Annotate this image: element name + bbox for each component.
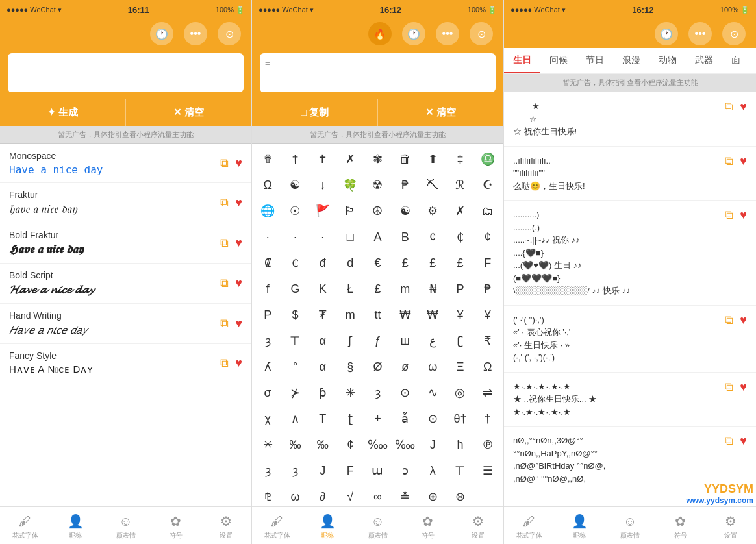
more-icon-1[interactable]: ••• [184,22,207,45]
symbol-cell[interactable]: ‱ [364,432,390,457]
clock-icon-2[interactable]: 🕐 [402,22,425,45]
symbol-cell[interactable]: ⛏ [420,173,446,197]
symbol-cell[interactable]: ₩ [420,303,446,327]
heart-icon-monospace[interactable]: ♥ [235,156,242,170]
symbol-cell[interactable]: ℗ [475,432,501,457]
symbol-cell[interactable]: ☪ [475,173,501,197]
symbol-cell[interactable]: σ [255,380,281,405]
category-tab[interactable]: 动物 [649,48,686,73]
heart-icon[interactable]: ♥ [740,155,747,168]
symbol-cell[interactable]: ш [392,328,418,353]
symbol-cell[interactable]: α [310,328,336,353]
heart-icon[interactable]: ♥ [740,100,747,114]
symbol-cell[interactable]: F [337,458,363,483]
target-icon-2[interactable]: ⊙ [470,22,493,45]
symbol-cell[interactable]: ħ [447,432,473,457]
symbol-cell[interactable]: 🗂 [475,199,501,223]
symbol-cell[interactable]: ☢ [364,173,390,197]
symbol-cell[interactable]: ☯ [392,199,418,223]
symbol-cell[interactable]: · [255,225,281,249]
tab-font-1[interactable]: 🖋 花式字体 [0,512,50,540]
symbol-cell[interactable]: tt [364,303,390,327]
symbol-cell[interactable]: ¢ [420,225,446,249]
copy-icon[interactable]: ⧉ [725,380,733,394]
heart-icon-handwriting[interactable]: ♥ [235,317,242,330]
symbol-cell[interactable]: B [392,225,418,249]
symbol-cell[interactable]: ʎ [255,354,281,379]
symbol-cell[interactable]: ‡ [447,147,473,171]
category-tab[interactable]: 问候 [540,48,577,73]
copy-icon-fancy[interactable]: ⧉ [220,356,229,370]
symbol-cell[interactable]: ȝ [255,458,281,483]
symbol-cell[interactable]: £ [364,277,390,301]
symbol-cell[interactable]: ₦ [420,277,446,301]
tab-emoticon-1[interactable]: ☺ 颜表情 [101,512,151,540]
symbol-cell[interactable]: ₮ [310,303,336,327]
symbol-cell[interactable]: α [310,354,336,379]
symbol-cell[interactable]: ⊁ [282,380,308,405]
symbol-cell[interactable]: 🌐 [255,199,281,223]
clear-button-2[interactable]: ✕ 清空 [377,99,503,126]
symbol-cell[interactable]: G [282,277,308,301]
copy-icon-monospace[interactable]: ⧉ [220,156,229,170]
symbol-cell[interactable]: $ [282,303,308,327]
tab-font-3[interactable]: 🖋 花式字体 [504,512,555,540]
symbol-cell[interactable]: ☮ [364,199,390,223]
symbol-cell[interactable]: ⚙ [420,199,446,223]
tab-nickname-2[interactable]: 👤 昵称 [302,511,352,540]
symbol-cell[interactable]: □ [337,225,363,249]
tab-nickname-3[interactable]: 👤 昵称 [555,511,605,540]
symbol-cell[interactable]: ω [420,354,446,379]
symbol-cell[interactable]: ✾ [364,147,390,171]
symbol-cell[interactable]: ‱ [392,432,418,457]
tab-font-2[interactable]: 🖋 花式字体 [252,512,302,540]
copy-icon[interactable]: ⧉ [725,208,733,222]
heart-icon-fraktur[interactable]: ♥ [235,196,242,210]
clock-icon-3[interactable]: 🕐 [655,22,678,45]
tab-settings-3[interactable]: ⚙ 设置 [705,511,756,540]
category-tab[interactable]: 生日 [504,48,540,73]
symbol-cell[interactable]: ✟ [255,147,281,171]
symbol-cell[interactable]: ¢ [475,225,501,249]
symbol-cell[interactable]: ₡ [255,251,281,275]
symbol-cell[interactable]: A [364,225,390,249]
heart-icon-bold-fraktur[interactable]: ♥ [235,236,242,250]
symbol-cell[interactable]: ° [282,354,308,379]
symbol-cell[interactable]: · [310,225,336,249]
symbol-cell[interactable]: ʈ [337,406,363,431]
symbol-cell[interactable]: ȝ [282,458,308,483]
symbol-cell[interactable]: ⅊ [255,484,281,506]
symbol-cell[interactable]: · [282,225,308,249]
symbol-cell[interactable]: ẫ [392,406,418,431]
copy-icon[interactable]: ⧉ [725,314,733,327]
symbol-cell[interactable]: ‰ [282,432,308,457]
symbol-cell[interactable]: J [310,458,336,483]
symbol-cell[interactable]: ⊤ [447,458,473,483]
symbol-cell[interactable]: ¥ [447,303,473,327]
symbol-cell[interactable]: ◎ [447,380,473,405]
symbol-cell[interactable]: ɯ [364,458,390,483]
heart-icon[interactable]: ♥ [740,314,747,327]
symbol-cell[interactable]: ₱ [392,173,418,197]
symbol-cell[interactable]: Ł [337,277,363,301]
symbol-cell[interactable]: P [447,277,473,301]
tab-nickname-1[interactable]: 👤 昵称 [50,511,100,540]
symbol-cell[interactable]: ⊛ [447,484,473,506]
copy-button[interactable]: □ 复制 [252,99,377,126]
copy-icon-bold-script[interactable]: ⧉ [220,277,229,290]
more-icon-3[interactable]: ••• [688,22,712,45]
symbol-cell[interactable]: ƒ [364,328,390,353]
symbol-cell[interactable]: ʃ [337,328,363,353]
text-input-2[interactable]: = [260,53,496,92]
symbol-cell[interactable]: 🍀 [337,173,363,197]
symbol-cell[interactable]: ₹ [475,328,501,353]
symbol-cell[interactable]: ƥ [310,380,336,405]
text-input-1[interactable] [8,53,244,92]
symbol-cell[interactable]: † [475,406,501,431]
clear-button-1[interactable]: ✕ 清空 [125,99,251,126]
tab-symbol-3[interactable]: ✿ 符号 [655,511,706,540]
fire-icon-2[interactable]: 🔥 [368,22,392,45]
symbol-cell[interactable]: 🚩 [310,199,336,223]
target-icon-3[interactable]: ⊙ [722,22,746,45]
copy-icon-handwriting[interactable]: ⧉ [220,317,229,330]
